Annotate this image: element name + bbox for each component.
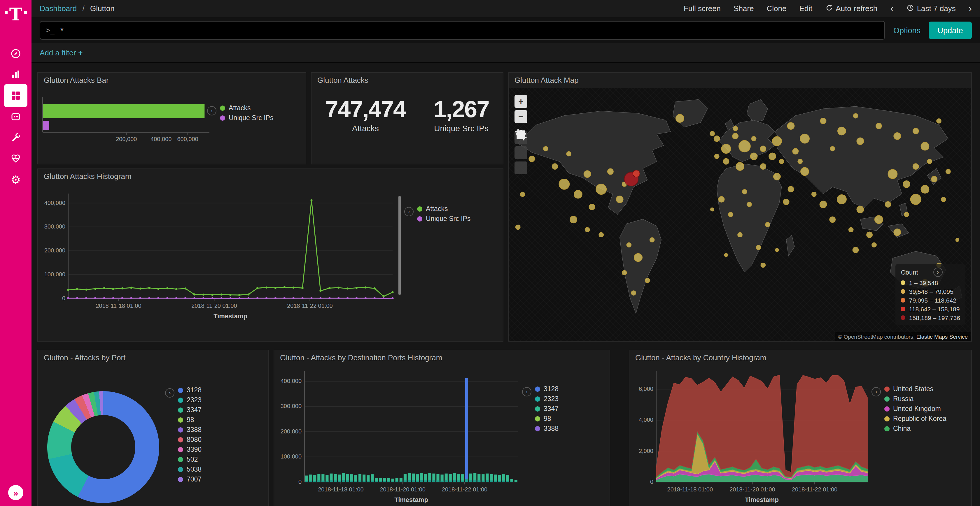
- wrench-icon: [11, 132, 21, 143]
- legend-toggle-icon[interactable]: ›: [872, 387, 881, 397]
- breadcrumb: Dashboard / Glutton: [40, 4, 115, 13]
- metric-value: 747,474: [325, 96, 406, 122]
- time-range-button[interactable]: Last 7 days: [907, 4, 956, 13]
- time-step-forward-icon[interactable]: ›: [969, 3, 972, 13]
- legend-item[interactable]: Unique Src IPs: [220, 114, 273, 121]
- svg-text:2018-11-22 01:00: 2018-11-22 01:00: [287, 303, 332, 309]
- svg-text:0: 0: [650, 479, 653, 485]
- sidebar-collapse-button[interactable]: »: [8, 485, 23, 500]
- legend-toggle-icon[interactable]: ›: [404, 207, 414, 216]
- sidebar-item-visualize[interactable]: [0, 64, 32, 85]
- svg-text:400,000: 400,000: [45, 200, 65, 206]
- legend-item[interactable]: 7007: [178, 476, 202, 483]
- legend-item[interactable]: 98: [535, 415, 558, 422]
- legend-color-dot: [901, 316, 905, 320]
- legend-item[interactable]: Attacks: [417, 205, 471, 212]
- legend-item[interactable]: 3128: [178, 387, 202, 393]
- panel-title: Glutton Attacks: [312, 73, 503, 88]
- legend-item[interactable]: 39,548 – 79,095: [901, 288, 960, 295]
- destination-ports-histogram-chart: 0100,000200,000300,000400,0002018-11-18 …: [274, 365, 610, 506]
- time-step-back-icon[interactable]: ‹: [890, 3, 893, 13]
- svg-text:400,000: 400,000: [281, 378, 302, 384]
- legend-item[interactable]: 118,642 – 158,189: [901, 306, 960, 312]
- sidebar-item-management[interactable]: ⚙: [0, 169, 32, 190]
- legend-item[interactable]: 2323: [178, 397, 202, 403]
- robot-face-icon: [11, 111, 21, 122]
- legend-item[interactable]: 79,095 – 118,642: [901, 297, 960, 304]
- heartbeat-icon: [11, 153, 21, 164]
- legend-item[interactable]: 98: [178, 416, 202, 423]
- legend-item[interactable]: 502: [178, 456, 202, 463]
- legend-color-dot: [885, 416, 889, 421]
- legend-item[interactable]: 2323: [535, 395, 558, 402]
- options-link[interactable]: Options: [893, 26, 921, 35]
- legend-toggle-icon[interactable]: ›: [522, 387, 531, 397]
- legend-color-dot: [417, 206, 422, 211]
- world-attack-map[interactable]: + − Count› 1 – 39,5: [509, 88, 971, 341]
- square-icon: [514, 95, 527, 174]
- legend-toggle-icon[interactable]: ›: [933, 268, 943, 277]
- attacks-bar-chart: 200,000400,000600,000: [38, 88, 213, 149]
- legend-color-dot: [535, 406, 540, 411]
- legend-color-dot: [885, 406, 889, 411]
- legend-item[interactable]: 8080: [178, 436, 202, 443]
- query-input[interactable]: [59, 25, 879, 36]
- legend-item[interactable]: China: [885, 425, 947, 432]
- panel-glutton-attacks-bar: Glutton Attacks Bar 200,000400,000600,00…: [37, 72, 306, 164]
- svg-text:2018-11-22 01:00: 2018-11-22 01:00: [442, 486, 487, 493]
- legend-item[interactable]: United Kingdom: [885, 405, 947, 412]
- svg-text:2018-11-22 01:00: 2018-11-22 01:00: [792, 486, 837, 493]
- legend-item[interactable]: Attacks: [220, 104, 273, 111]
- dashboard-icon: [4, 84, 27, 107]
- legend-item[interactable]: 3388: [178, 426, 202, 433]
- sidebar-item-monitoring[interactable]: [0, 148, 32, 169]
- legend-color-dot: [885, 396, 889, 401]
- legend-toggle-icon[interactable]: ›: [207, 106, 216, 116]
- add-filter-link[interactable]: Add a filter+: [40, 48, 83, 57]
- kibana-dashboard-app: T: [0, 0, 980, 506]
- logo-dot-right: [24, 11, 27, 14]
- full-screen-button[interactable]: Full screen: [684, 4, 721, 13]
- breadcrumb-dashboard-link[interactable]: Dashboard: [40, 4, 77, 13]
- legend-item[interactable]: Russia: [885, 395, 947, 402]
- legend-item[interactable]: 3128: [535, 385, 558, 392]
- legend-item[interactable]: 3347: [178, 406, 202, 413]
- legend-color-dot: [901, 281, 905, 285]
- legend-item[interactable]: United States: [885, 385, 947, 392]
- panel-scrollbar[interactable]: [398, 196, 401, 295]
- share-button[interactable]: Share: [733, 4, 754, 13]
- country-legend: United StatesRussiaUnited KingdomRepubli…: [885, 385, 947, 435]
- panel-attacks-by-destination-ports: Glutton - Attacks by Destination Ports H…: [274, 350, 610, 506]
- top-nav-bar: Dashboard / Glutton Full screen Share Cl…: [32, 0, 980, 17]
- clone-button[interactable]: Clone: [767, 4, 786, 13]
- breadcrumb-current: Glutton: [90, 4, 115, 13]
- update-button[interactable]: Update: [929, 22, 972, 39]
- legend-item[interactable]: Republic of Korea: [885, 415, 947, 422]
- legend-item[interactable]: 1 – 39,548: [901, 279, 960, 286]
- sidebar-item-discover[interactable]: [0, 43, 32, 64]
- legend-item[interactable]: 158,189 – 197,736: [901, 314, 960, 321]
- sidebar-item-dashboard[interactable]: [0, 85, 32, 106]
- legend-color-dot: [901, 307, 905, 311]
- metric-attacks: 747,474 Attacks: [325, 96, 406, 133]
- svg-text:Timestamp: Timestamp: [745, 496, 779, 503]
- legend-item[interactable]: 3388: [535, 425, 558, 432]
- legend-item[interactable]: 3347: [535, 405, 558, 412]
- sidebar-item-timelion[interactable]: [0, 106, 32, 127]
- panel-title: Glutton Attack Map: [509, 73, 971, 88]
- legend-item[interactable]: Unique Src IPs: [417, 215, 471, 222]
- legend-item[interactable]: 5038: [178, 466, 202, 473]
- auto-refresh-button[interactable]: Auto-refresh: [825, 4, 877, 13]
- panel-title: Glutton - Attacks by Destination Ports H…: [274, 351, 609, 365]
- legend-color-dot: [417, 216, 422, 221]
- svg-text:300,000: 300,000: [45, 223, 65, 230]
- legend-color-dot: [535, 426, 540, 431]
- edit-button[interactable]: Edit: [799, 4, 812, 13]
- rectangle-tool-button[interactable]: [514, 162, 527, 174]
- svg-text:2018-11-20 01:00: 2018-11-20 01:00: [191, 303, 237, 309]
- legend-toggle-icon[interactable]: ›: [165, 388, 174, 398]
- telekom-logo[interactable]: T: [0, 0, 32, 38]
- metric-unique-src-ips: 1,267 Unique Src IPs: [433, 96, 489, 133]
- legend-item[interactable]: 3390: [178, 446, 202, 453]
- sidebar-item-dev-tools[interactable]: [0, 127, 32, 148]
